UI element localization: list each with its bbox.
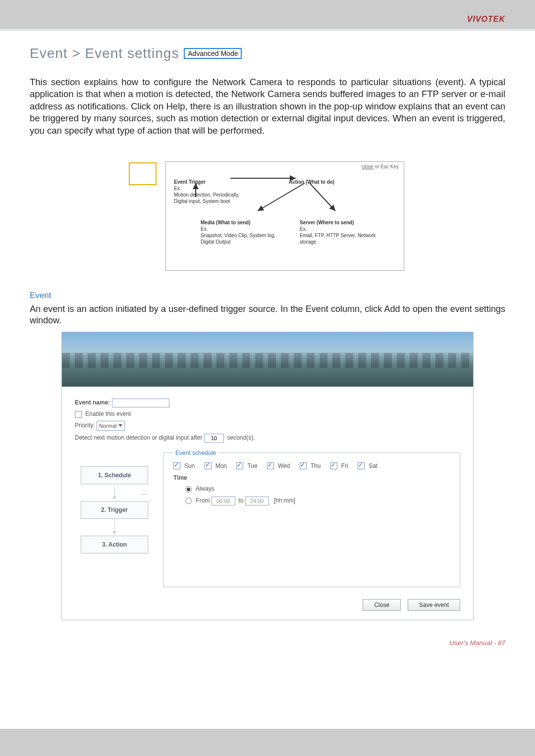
detect-label-b: second(s). xyxy=(227,434,255,441)
svg-line-2 xyxy=(310,183,335,211)
diagram-server-block: Server (Where to send) Ex. Email, FTP, H… xyxy=(300,219,384,245)
priority-select[interactable]: Normal xyxy=(97,421,125,431)
diagram-media-title: Media (What to send) xyxy=(201,219,280,226)
diagram-trigger-ex: Ex. xyxy=(174,185,253,192)
step-trigger[interactable]: 2. Trigger xyxy=(81,501,148,519)
close-button[interactable]: Close xyxy=(363,599,401,611)
diagram-trigger-title: Event Trigger xyxy=(174,179,253,185)
priority-row: Priority: Normal xyxy=(75,421,460,431)
time-hint: [hh:mm] xyxy=(274,497,295,504)
save-event-button[interactable]: Save event xyxy=(408,599,460,611)
step-schedule[interactable]: 1. Schedule xyxy=(81,466,148,484)
brand-name: VIVOTEK xyxy=(467,15,505,23)
help-diagram-wrap: close or Esc Key Event Trigger xyxy=(129,161,505,271)
event-form: Event name: Enable this event Priority: … xyxy=(62,387,473,592)
brand-header: VIVOTEK xyxy=(0,0,535,31)
breadcrumb: Event > Event settings xyxy=(30,46,179,61)
day-sat-label: Sat xyxy=(369,462,377,469)
camera-preview xyxy=(62,332,473,387)
time-range-row: From to [hh:mm] xyxy=(185,497,454,505)
day-fri-checkbox[interactable] xyxy=(330,462,337,469)
day-sun-checkbox[interactable] xyxy=(173,462,180,469)
priority-label: Priority: xyxy=(75,422,95,429)
day-sun-label: Sun xyxy=(184,462,195,469)
event-desc: An event is an action initiated by a use… xyxy=(30,303,505,327)
day-tue-label: Tue xyxy=(247,462,257,469)
step-action[interactable]: 3. Action xyxy=(81,536,148,554)
day-wed-label: Wed xyxy=(278,462,290,469)
help-diagram: close or Esc Key Event Trigger xyxy=(165,161,404,271)
chevron-down-icon xyxy=(118,424,122,427)
detect-input[interactable] xyxy=(204,434,224,443)
step-columns: 1. Schedule 2. Trigger 3. Action Event s… xyxy=(75,450,460,587)
enable-label: Enable this event xyxy=(85,410,131,417)
enable-row: Enable this event xyxy=(75,410,460,418)
days-row: Sun Mon Tue Wed Thu Fri Sat xyxy=(173,462,454,470)
priority-value: Normal xyxy=(99,423,116,429)
time-label: Time xyxy=(173,474,454,481)
breadcrumb-row: Event > Event settings Advanced Mode xyxy=(30,46,505,61)
svg-line-1 xyxy=(258,183,305,211)
diagram-trigger-block: Event Trigger Ex. Motion detection, Peri… xyxy=(174,179,253,204)
day-thu-checkbox[interactable] xyxy=(300,462,307,469)
step-connector-1 xyxy=(112,484,116,501)
diagram-server-title: Server (Where to send) xyxy=(300,219,384,226)
time-always-label: Always xyxy=(196,485,214,492)
day-wed-checkbox[interactable] xyxy=(267,462,274,469)
event-settings-window: Event name: Enable this event Priority: … xyxy=(61,332,474,620)
diagram-server-ex: Ex. xyxy=(300,226,384,232)
day-thu-label: Thu xyxy=(311,462,321,469)
diagram-close-hint: or Esc Key xyxy=(374,164,399,169)
day-tue-checkbox[interactable] xyxy=(236,462,243,469)
diagram-media-block: Media (What to send) Ex. Snapshot, Video… xyxy=(201,219,280,245)
time-to-input[interactable] xyxy=(245,497,269,505)
event-name-row: Event name: xyxy=(75,399,460,407)
diagram-action-block: Action (What to do) xyxy=(289,179,334,185)
diagram-media-ex: Ex. xyxy=(201,226,280,232)
day-mon-checkbox[interactable] xyxy=(205,462,212,469)
day-mon-label: Mon xyxy=(215,462,227,469)
diagram-close[interactable]: close or Esc Key xyxy=(171,164,399,169)
time-to-label: to xyxy=(238,497,243,504)
help-highlight-box xyxy=(129,162,157,185)
button-bar: Close Save event xyxy=(62,592,473,620)
diagram-media-desc: Snapshot, Video Clip, System log, Digita… xyxy=(201,232,280,245)
diagram-server-desc: Email, FTP, HTTP Server, Network storage xyxy=(300,232,384,245)
event-name-input[interactable] xyxy=(112,399,169,407)
time-always-row: Always xyxy=(185,485,454,492)
event-heading: Event xyxy=(30,291,505,301)
diagram-action-title: Action (What to do) xyxy=(289,179,334,185)
time-range-radio[interactable] xyxy=(185,498,192,504)
day-sat-checkbox[interactable] xyxy=(358,462,365,469)
enable-checkbox[interactable] xyxy=(75,411,82,418)
time-options: Always From to [hh:mm] xyxy=(185,485,454,505)
diagram-trigger-desc: Motion detection, Periodically, Digital … xyxy=(174,192,253,204)
advanced-mode-badge: Advanced Mode xyxy=(184,48,242,59)
page: Event > Event settings Advanced Mode Thi… xyxy=(0,31,535,729)
intro-text: This section explains how to configure t… xyxy=(30,76,505,137)
event-schedule-legend: Event schedule xyxy=(173,450,218,456)
step-h-connector xyxy=(141,494,149,495)
detect-label-a: Detect next motion detection or digital … xyxy=(75,434,202,441)
step-connector-2 xyxy=(112,519,116,536)
time-from-input[interactable] xyxy=(212,497,235,505)
day-fri-label: Fri xyxy=(341,462,348,469)
steps-column: 1. Schedule 2. Trigger 3. Action xyxy=(75,450,154,587)
detect-row: Detect next motion detection or digital … xyxy=(75,434,460,443)
event-schedule-fieldset: Event schedule Sun Mon Tue Wed Thu Fri S… xyxy=(163,450,460,587)
time-always-radio[interactable] xyxy=(185,486,192,493)
page-footer: User's Manual - 87 xyxy=(30,639,505,647)
time-from-label: From xyxy=(196,497,210,504)
event-name-label: Event name: xyxy=(75,399,110,406)
diagram-close-link[interactable]: close xyxy=(362,164,374,169)
